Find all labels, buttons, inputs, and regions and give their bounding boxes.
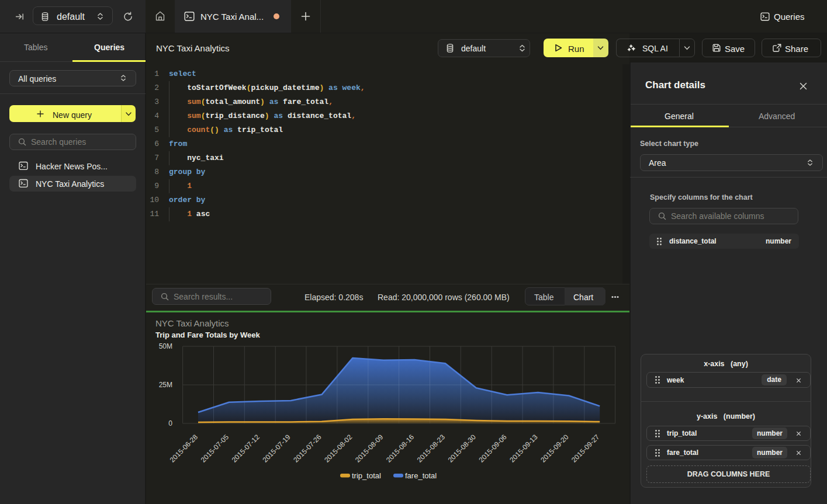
- svg-text:2015-09-13: 2015-09-13: [508, 433, 539, 464]
- svg-text:2015-06-28: 2015-06-28: [168, 433, 200, 464]
- svg-text:2015-07-19: 2015-07-19: [261, 433, 292, 464]
- svg-text:fare_total: fare_total: [405, 471, 437, 480]
- svg-text:2015-09-06: 2015-09-06: [477, 433, 508, 464]
- svg-text:2015-08-02: 2015-08-02: [323, 433, 354, 464]
- svg-text:2015-08-30: 2015-08-30: [447, 433, 478, 464]
- svg-text:0: 0: [168, 419, 172, 427]
- svg-text:2015-07-12: 2015-07-12: [230, 433, 262, 464]
- svg-text:2015-09-27: 2015-09-27: [570, 433, 601, 464]
- svg-text:2015-07-05: 2015-07-05: [199, 433, 231, 464]
- svg-text:2015-07-26: 2015-07-26: [292, 433, 323, 464]
- svg-text:2015-08-23: 2015-08-23: [416, 433, 447, 464]
- svg-text:trip_total: trip_total: [352, 471, 381, 480]
- svg-text:2015-09-20: 2015-09-20: [539, 433, 570, 464]
- svg-text:2015-08-09: 2015-08-09: [354, 433, 385, 464]
- svg-text:2015-08-16: 2015-08-16: [385, 433, 416, 464]
- svg-text:25M: 25M: [159, 381, 172, 389]
- svg-text:50M: 50M: [159, 342, 172, 350]
